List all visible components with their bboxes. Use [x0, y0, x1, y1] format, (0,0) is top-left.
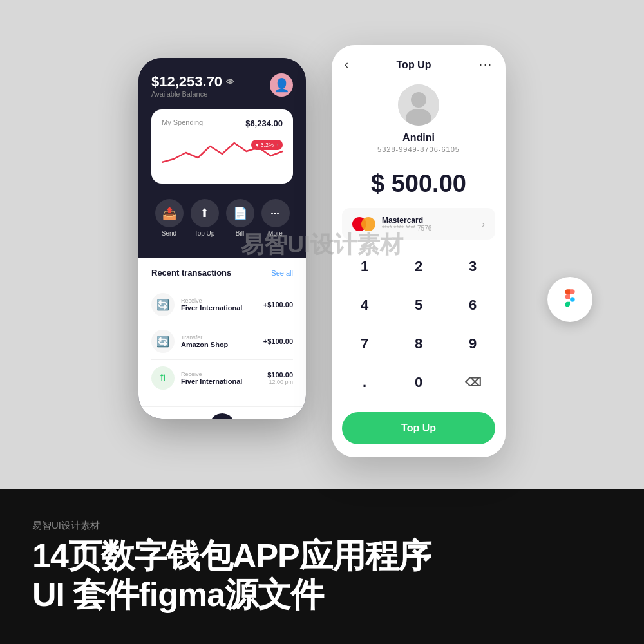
top-area: 易智UI设计素材 $12,253.70 👁 Available Balance … [0, 0, 644, 489]
topup-profile: Andini 5328-9949-8706-6105 [332, 78, 506, 164]
bottom-title-line2: UI 套件figma源文件 [32, 576, 612, 614]
trans-amount-col-2: +$100.00 [263, 337, 293, 345]
recent-header: Recent transactions See all [151, 268, 293, 278]
chart-area: ▾ 3.2% › [162, 133, 283, 172]
bottom-subtitle: 易智UI设计素材 [32, 520, 612, 532]
trans-amount-1: +$100.00 [263, 301, 293, 308]
numpad: 1 2 3 4 5 6 7 8 9 . 0 ⌫ [332, 250, 506, 404]
see-all[interactable]: See all [271, 269, 293, 277]
topup-submit-button[interactable]: Top Up [342, 412, 495, 444]
bill-action[interactable]: 📄 Bill [226, 199, 254, 237]
bottom-title-line1: 14页数字钱包APP应用程序 [32, 537, 612, 576]
numpad-1[interactable]: 1 [342, 250, 387, 283]
trans-info-3: Receive Fiver International [181, 371, 267, 385]
nav-home[interactable]: 🏠 [146, 417, 164, 419]
trans-time-3: 12:00 pm [267, 379, 293, 385]
numpad-5[interactable]: 5 [396, 289, 441, 322]
mastercard-icon [352, 216, 375, 232]
bill-icon: 📄 [226, 199, 254, 227]
more-action[interactable]: ••• More [261, 199, 290, 237]
card-number: **** **** **** 7576 [382, 225, 475, 232]
chart-badge: ▾ 3.2% › [251, 140, 283, 150]
trans-icon-2: 🔄 [151, 330, 175, 353]
send-label: Send [162, 230, 176, 237]
numpad-row-2: 4 5 6 [342, 289, 495, 322]
trans-type-1: Receive [181, 298, 263, 304]
topup-label: Top Up [194, 230, 215, 237]
numpad-backspace[interactable]: ⌫ [450, 366, 495, 399]
spending-label: My Spending [162, 118, 203, 128]
table-row: fi Receive Fiver International $100.00 1… [151, 360, 293, 396]
bottom-title: 14页数字钱包APP应用程序 UI 套件figma源文件 [32, 537, 612, 614]
nav-profile[interactable]: 👤 [281, 417, 299, 419]
topup-icon: ⬆ [191, 199, 219, 227]
topup-header: ‹ Top Up ··· [332, 45, 506, 78]
trans-name-1: Fiver International [181, 304, 263, 312]
numpad-8[interactable]: 8 [396, 327, 441, 361]
numpad-row-4: . 0 ⌫ [342, 366, 495, 399]
trans-amount-col-3: $100.00 12:00 pm [267, 371, 293, 385]
send-icon: 📤 [155, 199, 184, 227]
nav-chart[interactable]: 📈 [177, 417, 195, 419]
trans-name-2: Amazon Shop [181, 341, 263, 348]
trans-name-3: Fiver International [181, 377, 267, 385]
numpad-row-1: 1 2 3 [342, 250, 495, 283]
send-action[interactable]: 📤 Send [155, 199, 184, 237]
bill-label: Bill [236, 230, 244, 237]
trans-amount-2: +$100.00 [263, 337, 293, 345]
numpad-3[interactable]: 3 [450, 250, 495, 283]
profile-card-number: 5328-9949-8706-6105 [377, 146, 460, 153]
more-label: More [268, 230, 283, 237]
trans-amount-col-1: +$100.00 [263, 301, 293, 308]
balance-amount: $12,253.70 👁 [151, 73, 234, 90]
more-icon: ••• [261, 199, 290, 227]
trans-type-3: Receive [181, 371, 267, 377]
profile-avatar [398, 84, 439, 126]
trans-info-2: Transfer Amazon Shop [181, 334, 263, 348]
avatar: 👤 [270, 73, 293, 97]
trans-amount-3: $100.00 [267, 371, 293, 379]
card-selector[interactable]: Mastercard **** **** **** 7576 › [342, 208, 495, 240]
card-name: Mastercard [382, 216, 475, 225]
phone1-light-section: Recent transactions See all 🔄 Receive Fi… [138, 258, 306, 406]
phone1-dark-section: $12,253.70 👁 Available Balance 👤 My Spen… [138, 58, 306, 258]
balance-label: Available Balance [151, 90, 234, 98]
profile-name: Andini [402, 132, 435, 144]
spending-amount: $6,234.00 [245, 118, 283, 128]
numpad-7[interactable]: 7 [342, 327, 387, 361]
phone2-topup: ‹ Top Up ··· Andini 5328-9949-8706-6105 … [332, 45, 506, 457]
table-row: 🔄 Transfer Amazon Shop +$100.00 [151, 323, 293, 360]
topup-title: Top Up [397, 59, 431, 71]
trans-icon-1: 🔄 [151, 293, 175, 316]
spending-card: My Spending $6,234.00 ▾ 3.2% › [151, 109, 293, 184]
numpad-dot[interactable]: . [342, 366, 387, 399]
trans-info-1: Receive Fiver International [181, 298, 263, 312]
numpad-4[interactable]: 4 [342, 289, 387, 322]
nav-scan[interactable]: ⊕ [209, 413, 235, 419]
numpad-row-3: 7 8 9 [342, 327, 495, 361]
topup-amount: $ 500.00 [332, 164, 506, 208]
trans-icon-3: fi [151, 366, 175, 390]
nav-card[interactable]: 💳 [249, 417, 267, 419]
bottom-area: 易智UI设计素材 14页数字钱包APP应用程序 UI 套件figma源文件 [0, 489, 644, 644]
bottom-nav: 🏠 📈 ⊕ 💳 👤 [138, 406, 306, 419]
numpad-0[interactable]: 0 [396, 366, 441, 399]
numpad-9[interactable]: 9 [450, 327, 495, 361]
more-menu-button[interactable]: ··· [479, 58, 493, 71]
trans-type-2: Transfer [181, 334, 263, 341]
recent-title: Recent transactions [151, 268, 231, 278]
topup-action[interactable]: ⬆ Top Up [191, 199, 219, 237]
action-buttons: 📤 Send ⬆ Top Up 📄 Bill ••• More [151, 194, 293, 247]
topup-footer: Top Up [332, 404, 506, 457]
back-button[interactable]: ‹ [345, 58, 348, 71]
phone2-content: ‹ Top Up ··· Andini 5328-9949-8706-6105 … [332, 45, 506, 457]
numpad-6[interactable]: 6 [450, 289, 495, 322]
figma-badge [547, 277, 592, 322]
numpad-2[interactable]: 2 [396, 250, 441, 283]
card-info: Mastercard **** **** **** 7576 [382, 216, 475, 232]
svg-point-1 [411, 92, 426, 108]
table-row: 🔄 Receive Fiver International +$100.00 [151, 287, 293, 323]
card-chevron-icon: › [482, 219, 485, 229]
phone1-dark-wallet: $12,253.70 👁 Available Balance 👤 My Spen… [138, 58, 306, 419]
